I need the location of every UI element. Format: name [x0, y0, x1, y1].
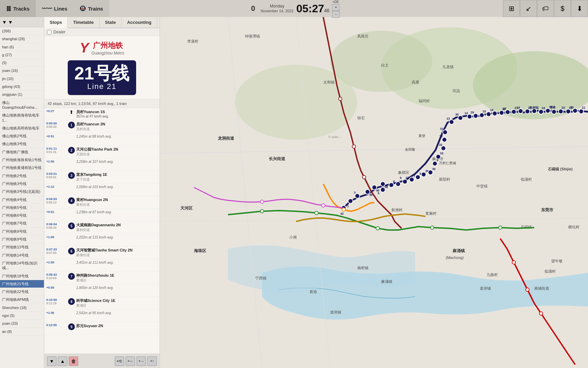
sidebar-item-s22[interactable]: 广州地铁5号线 — [0, 204, 44, 212]
trains-button[interactable]: 🚇 Trains — [74, 0, 109, 17]
stop-delta: +0:51 — [46, 135, 67, 138]
stop-info: 天河公园Tianhe Park 2N 天园街道 — [76, 147, 158, 157]
action-btn-4[interactable]: +↑ — [147, 356, 157, 366]
stop-num-col: 1 — [67, 122, 76, 128]
sidebar-item-s26[interactable]: 广州地铁9号线 — [0, 235, 44, 243]
sidebar-item-s27[interactable]: 广州地铁13号线 — [0, 243, 44, 251]
sidebar-item-s17[interactable]: 广州地铁黄埔有轨1号线 — [0, 164, 44, 172]
stop-row[interactable]: +1:12 2,068m at 103 km/h avg. — [44, 184, 160, 196]
sidebar-item-s20[interactable]: 广州地铁3号线(北延段) — [0, 188, 44, 196]
clock-info: Monday November 14, 2022 — [261, 4, 294, 13]
tab-timetable[interactable]: Timetable — [68, 17, 99, 28]
stop-row[interactable]: +0:51 1,245m at 88 km/h avg. — [44, 133, 160, 145]
stop-row[interactable]: 0:07:33 0:07:53 6 天河智慧城Tianhe Smart City… — [44, 246, 160, 259]
stop-row[interactable]: 0:03:21 0:03:41 3 棠东Tangdong 1E 棠下街道 — [44, 171, 160, 184]
svg-text:龙洞街道: 龙洞街道 — [217, 136, 234, 141]
stop-number-circle: 2 — [68, 147, 75, 154]
sidebar-item-s19[interactable]: 广州地铁3号线 — [0, 180, 44, 188]
sidebar-item-s2[interactable]: shanghai (28) — [0, 35, 44, 43]
sidebar-item-s18[interactable]: 广州地铁2号线 — [0, 172, 44, 180]
sidebar-item-s3[interactable]: han (6) — [0, 43, 44, 51]
nav-up-button[interactable]: ▲ — [58, 356, 67, 366]
sidebar-item-s6[interactable]: yuan (16) — [0, 67, 44, 75]
stop-row[interactable]: +0:56 1,865m at 120 km/h avg. — [44, 285, 160, 297]
tracks-button[interactable]: 🛤 Tracks — [0, 0, 36, 17]
sidebar-item-s13[interactable]: 佛山地铁2号线 — [0, 132, 44, 140]
svg-text:横坑村: 横坑村 — [568, 225, 579, 229]
stop-row[interactable]: 0:12:55 9 苏元Suyuan 2N — [44, 322, 160, 334]
stop-row[interactable]: 0:04:53 0:05:13 4 黄村Huangcun 2N 黄村街道 — [44, 196, 160, 209]
stop-arrival: 0:07:53 — [46, 251, 67, 255]
sidebar-item-s29[interactable]: 广州地铁14号线(知识城... — [0, 259, 44, 272]
stop-row[interactable]: +1:50 3,401m at 111 km/h avg. — [44, 259, 160, 272]
nav-down-button[interactable]: ▼ — [47, 356, 56, 366]
stop-row[interactable]: +1:36 2,542m at 95 km/h avg. — [44, 310, 160, 322]
svg-text:32: 32 — [439, 143, 442, 147]
sidebar-item-s21[interactable]: 广州地铁4号线 — [0, 196, 44, 204]
sidebar-item-s24[interactable]: 广州地铁7号线 — [0, 219, 44, 227]
sidebar-item-s35[interactable]: ngxi (5) — [0, 312, 44, 320]
sidebar-item-s12[interactable]: 佛山地铁高明有轨电车 — [0, 124, 44, 132]
sidebar-item-s5[interactable]: (5) — [0, 59, 44, 67]
stop-row[interactable]: 0:09:43 0:10:03 7 神州路Shenzhoulu 1E 黄埔区 — [44, 272, 160, 285]
metro-logo-icon: Y — [80, 40, 89, 56]
tab-stops[interactable]: Stops — [44, 17, 68, 28]
action-btn-3[interactable]: +→ — [136, 356, 146, 366]
tab-state[interactable]: State — [100, 17, 122, 28]
stop-delta: +1:12 — [46, 185, 67, 188]
stop-row[interactable]: +0:51 1,238m at 87 km/h avg. — [44, 209, 160, 221]
clock-down-button[interactable]: - — [332, 11, 340, 18]
sidebar-item-s30[interactable]: 广州地铁18号线 — [0, 272, 44, 280]
stop-row[interactable]: 0:00:00 0:00:20 1 员村Yuancun 2N 员村街道 — [44, 120, 160, 133]
svg-point-63 — [389, 183, 394, 187]
dealer-checkbox[interactable] — [47, 30, 51, 34]
sidebar-item-s7[interactable]: jin (10) — [0, 75, 44, 83]
stop-row[interactable]: 0:01:11 0:01:31 2 天河公园Tianhe Park 2N 天园街… — [44, 145, 160, 158]
sidebar-item-s37[interactable]: an (8) — [0, 328, 44, 336]
sidebar-item-s36[interactable]: yuan (33) — [0, 320, 44, 327]
stop-row[interactable]: 0:10:59 0:11:19 8 科学城Science City 1E 黄埔区 — [44, 297, 160, 310]
action-btn-1[interactable]: ↩⊏ — [115, 356, 124, 366]
stop-row[interactable]: +1:09 2,202m at 115 km/h avg. — [44, 234, 160, 246]
sidebar-item-s32[interactable]: 广州地铁22号线 — [0, 288, 44, 296]
svg-text:12: 12 — [439, 135, 443, 138]
sidebar-item-s4[interactable]: g (27) — [0, 51, 44, 59]
sidebar-item-s23[interactable]: 广州地铁6号线 — [0, 212, 44, 219]
sidebar-item-s8[interactable]: gdong (43) — [0, 83, 44, 91]
sidebar-filter: ▼ ▼ — [0, 17, 44, 27]
sidebar-item-s9[interactable]: ongguan (1) — [0, 91, 44, 98]
tag-button[interactable]: 🏷 — [537, 0, 554, 17]
stop-subname: 黄村街道 — [76, 202, 158, 207]
stop-times: 0:12:55 — [46, 323, 67, 327]
map-area[interactable]: 李溪村 钟落潭镇 凤尾庄 白土 九龙镇 太和镇 高屋 坑边 福冈村 轿石 龙洞街… — [160, 17, 588, 368]
clock-up-button[interactable]: + — [332, 4, 340, 11]
action-btn-2[interactable]: +↔ — [126, 356, 135, 366]
stop-row[interactable]: +0:27 ⬆ 员村Yuancun 1S 357m at 47 km/h avg… — [44, 108, 160, 120]
stop-num-col: ⬆ — [67, 109, 76, 115]
download-button[interactable]: ⬇ — [571, 0, 588, 17]
stop-row[interactable]: 0:06:04 0:06:24 5 大观南路Daguannanlu 2N 黄村街… — [44, 221, 160, 234]
sidebar-item-s34[interactable]: Shenzhen (18) — [0, 304, 44, 312]
sub-tabs: Stops Timetable State Accounting — [44, 17, 160, 28]
sidebar-item-s33[interactable]: 广州地铁APM线 — [0, 296, 44, 304]
lines-button[interactable]: 〰〰 Lines — [36, 0, 74, 17]
sidebar-item-s31[interactable]: 广州地铁21号线 — [0, 280, 44, 288]
delete-button[interactable]: 🗑 — [69, 356, 78, 366]
sidebar-item-s1[interactable]: (266) — [0, 27, 44, 35]
sidebar-item-s10[interactable]: 佛山Guangzhou&Fosha... — [0, 99, 44, 112]
grid-view-button[interactable]: ⊞ — [503, 0, 520, 17]
pricing-button[interactable]: $ — [554, 0, 571, 17]
stop-dist-text: 1,245m at 88 km/h avg. — [76, 135, 158, 138]
filter-icon2[interactable]: ▼ — [8, 19, 13, 25]
export-button[interactable]: ↙ — [520, 0, 537, 17]
stop-row[interactable]: +1:50 3,258m at 107 km/h avg. — [44, 158, 160, 171]
filter-icon[interactable]: ▼ — [2, 19, 7, 25]
sidebar-item-s16[interactable]: 广州地铁海珠有轨1号线 — [0, 156, 44, 164]
sidebar-item-s25[interactable]: 广州地铁8号线 — [0, 228, 44, 235]
sidebar-item-s28[interactable]: 广州地铁14号线 — [0, 251, 44, 259]
sidebar-item-s11[interactable]: 佛山地铁南海有轨电车1... — [0, 111, 44, 124]
stop-times: 0:01:11 0:01:31 — [46, 147, 67, 154]
tab-accounting[interactable]: Accounting — [121, 17, 157, 28]
sidebar-item-s14[interactable]: 佛山地铁3号线 — [0, 140, 44, 148]
sidebar-item-s15[interactable]: 广佛地铁广佛线 — [0, 148, 44, 156]
